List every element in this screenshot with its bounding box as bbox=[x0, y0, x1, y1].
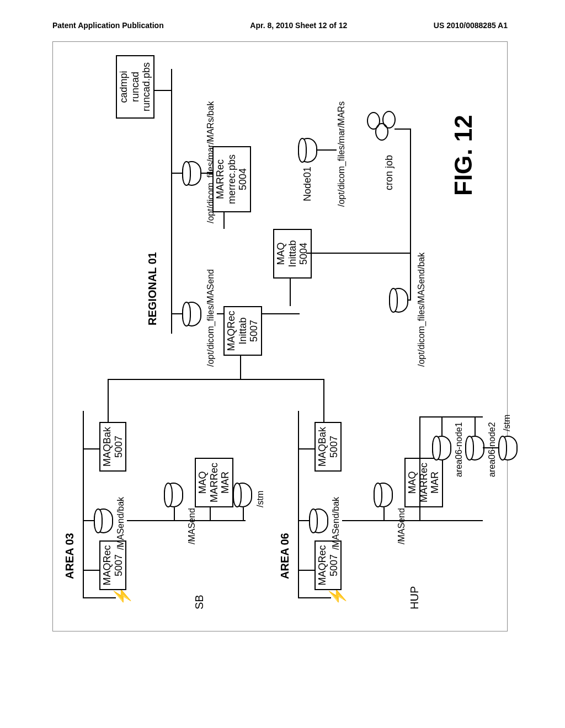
regional-maqrec-box: MAQRecInittab5007 bbox=[223, 306, 262, 356]
area06-maqbak-box: MAQBak5007 bbox=[315, 422, 342, 472]
regional-cronjob: cron job bbox=[383, 155, 395, 190]
regional-scripts-box: cadmpiruncadruncad.pbs bbox=[116, 55, 154, 119]
area03-external: SB bbox=[193, 595, 206, 609]
reg-n01-stem bbox=[317, 149, 337, 151]
a06-stm-v bbox=[483, 447, 499, 448]
a03-masendbak-disk bbox=[94, 508, 113, 533]
reg-lower-h bbox=[410, 130, 411, 301]
regional-dir-mars2: /opt/dicom_files/mar/MARs bbox=[337, 101, 347, 207]
a03-maqrec-stem bbox=[83, 570, 99, 571]
recycle-icon-part3 bbox=[382, 111, 396, 129]
a06-node1-disk bbox=[432, 436, 451, 461]
reg-mars-disk bbox=[182, 161, 201, 186]
reg-msb-stem bbox=[408, 299, 411, 301]
area06-svc-box: MAQMARRecMAR bbox=[404, 458, 443, 507]
reg-mars-stem bbox=[171, 173, 182, 174]
regional-dir-masend: /opt/dicom_files/MASend bbox=[206, 269, 216, 367]
reg-cron-stem bbox=[395, 129, 411, 130]
a06-n2-h bbox=[475, 416, 476, 436]
link-to-reg bbox=[240, 356, 241, 380]
page-header: Patent Application Publication Apr. 8, 2… bbox=[52, 21, 508, 30]
a03-stm-h bbox=[243, 507, 244, 521]
reg-lower-trunk bbox=[306, 253, 411, 254]
a06-nodes-h bbox=[419, 416, 420, 521]
area06-maqbak-text: MAQBak5007 bbox=[317, 427, 339, 467]
link-a06-out bbox=[323, 379, 324, 423]
area06-dir-stm: /stm bbox=[502, 415, 512, 431]
regional-dir-masend-bak: /opt/dicom_files/MASend/bak bbox=[417, 253, 427, 367]
a06-sb-stem bbox=[298, 520, 309, 521]
reg-masend-stem bbox=[171, 313, 182, 314]
link-vertical bbox=[108, 379, 324, 380]
area03-dir-stm: /stm bbox=[255, 491, 265, 507]
regional-maqrec-text: MAQRecInittab5007 bbox=[226, 311, 259, 351]
regional-scripts-text: cadmpiruncadruncad.pbs bbox=[118, 62, 152, 111]
area03-maqrec-text: MAQRec5007 bbox=[102, 545, 124, 586]
regional-marrec-text: MARRecmerrec.pbs5004 bbox=[215, 154, 248, 204]
a06-maqrec-stem bbox=[298, 570, 315, 571]
reg-marrec-h bbox=[223, 212, 225, 229]
a03-masend-disk bbox=[164, 483, 183, 507]
area06-dir-send-bak: /MASend/bak bbox=[331, 497, 341, 550]
a06-masendbak-disk bbox=[309, 508, 328, 533]
header-left: Patent Application Publication bbox=[52, 21, 164, 30]
a06-ms-h bbox=[383, 507, 385, 521]
area06-title: AREA 06 bbox=[279, 533, 291, 579]
link-a03-out bbox=[108, 379, 109, 423]
area06-node1: area06-node1 bbox=[454, 422, 464, 477]
a06-stm-disk bbox=[498, 436, 518, 461]
a06-masend-disk bbox=[374, 483, 393, 507]
a03-trunk bbox=[127, 520, 246, 521]
area06-maqrec-text: MAQRec5007 bbox=[317, 545, 339, 586]
area03-svc-text: MAQMARRecMAR bbox=[197, 463, 231, 502]
regional-title: REGIONAL 01 bbox=[146, 252, 159, 325]
area03-svc-box: MAQMARRecMAR bbox=[195, 458, 233, 507]
a03-stm-disk bbox=[233, 483, 252, 507]
reg-scripts-stem bbox=[152, 90, 171, 91]
a03-mb-stem bbox=[83, 448, 99, 449]
area06-svc-text: MAQMARRecMAR bbox=[407, 463, 440, 502]
area06-external: HUP bbox=[408, 586, 421, 609]
a03-svc-h bbox=[210, 507, 211, 521]
area06-bolt-v bbox=[298, 597, 331, 598]
area06-dir-send: /MASend bbox=[397, 508, 407, 544]
area03-bolt-v bbox=[83, 597, 116, 598]
reg-node01-disk bbox=[298, 138, 317, 163]
recycle-icon-part2 bbox=[367, 112, 380, 130]
a03-ms-h bbox=[174, 507, 175, 521]
header-mid: Apr. 8, 2010 Sheet 12 of 12 bbox=[250, 21, 347, 30]
area03-maqbak-text: MAQBak5007 bbox=[102, 427, 124, 467]
a06-trunk bbox=[342, 520, 483, 521]
reg-masend-disk bbox=[182, 302, 201, 326]
reg-top-h bbox=[171, 69, 172, 334]
regional-maq-box: MAQInittab5004 bbox=[273, 229, 312, 279]
reg-masendbak-disk bbox=[389, 288, 408, 313]
a06-n1-h bbox=[441, 416, 443, 436]
area03-dir-send-bak: /MASend/bak bbox=[116, 497, 126, 550]
figure-label: FIG. 12 bbox=[450, 115, 477, 196]
area03-maqbak-box: MAQBak5007 bbox=[99, 422, 126, 472]
area03-title: AREA 03 bbox=[63, 533, 76, 579]
area03-dir-send: /MASend bbox=[187, 508, 197, 544]
diagram: AREA 03 ⚡ SB MAQRec5007 /MASend/bak MAQB… bbox=[52, 41, 508, 631]
a06-nodes-v bbox=[419, 416, 483, 417]
area06-node2: area06-node2 bbox=[487, 422, 497, 477]
regional-maq-text: MAQInittab5004 bbox=[275, 240, 309, 267]
header-right: US 2010/0088285 A1 bbox=[434, 21, 508, 30]
a06-node2-disk bbox=[465, 436, 484, 461]
regional-node01: Node01 bbox=[302, 167, 313, 201]
a03-sb-stem bbox=[83, 520, 94, 521]
reg-marrec-stem bbox=[201, 173, 212, 174]
regional-marrec-box: MARRecmerrec.pbs5004 bbox=[212, 146, 251, 212]
a06-mb-stem bbox=[298, 448, 315, 449]
